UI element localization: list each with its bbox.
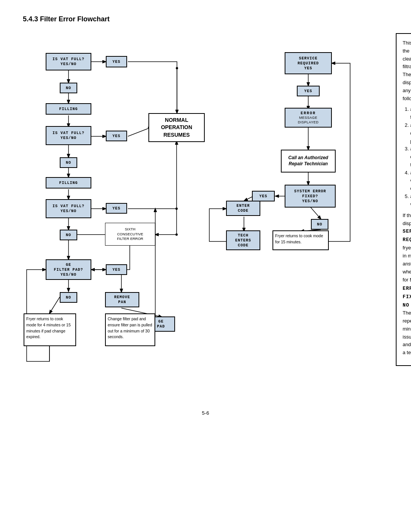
page-title: 5.4.3 Filter Error Flowchart <box>23 15 388 23</box>
svg-point-13 <box>175 233 178 236</box>
call-authorized-box: Call an Authorized Repair Technician <box>281 150 336 173</box>
info-intro: This chart follows the process of cleari… <box>403 39 411 102</box>
filling1-box: FILLING <box>46 103 91 115</box>
svg-line-5 <box>128 127 151 136</box>
info-box: This chart follows the process of cleari… <box>396 33 411 366</box>
info-column: This chart follows the process of cleari… <box>396 30 411 366</box>
yes2-box: YES <box>106 131 127 141</box>
flowchart: IS VAT FULL?YES/NO YES NO FILLING IS VAT… <box>23 30 388 403</box>
yes4-box: YES <box>106 264 127 275</box>
remove-pan-box: REMOVEPAN <box>105 292 139 307</box>
no2-box: NO <box>60 157 77 168</box>
error-box: ERROR MESSAGEDISPLAYED <box>285 108 332 128</box>
ge-filter-pad-box: GEFILTER PAD?YES/NO <box>46 259 91 280</box>
fryer-returns-2-box: Fryer returns to cook mode for 15 minute… <box>272 230 329 250</box>
svg-line-19 <box>49 297 60 313</box>
mono-service: SERVICE REQUIRED <box>403 228 411 243</box>
no3-box: NO <box>60 230 77 240</box>
tech-enters-code-box: TECHENTERSCODE <box>226 230 260 250</box>
mono-system: SYSTEM ERROR FIXED? YES NO <box>403 277 411 308</box>
change-filter-box: Change filter pad and ensure filter pan … <box>105 313 155 346</box>
enter-code-box: ENTERCODE <box>226 201 260 216</box>
service-required-box: SERVICEREQUIREDYES <box>285 52 332 74</box>
no1-box: NO <box>60 83 77 93</box>
yes5-box: YES <box>297 86 320 96</box>
page-number: 5-6 <box>23 410 388 416</box>
no4-box: NO <box>60 292 77 303</box>
no5-box: NO <box>311 219 328 230</box>
svg-point-32 <box>176 67 178 69</box>
yes6-box: YES <box>252 191 275 201</box>
yes1-box: YES <box>106 56 127 67</box>
sixth-consecutive-box: SIXTHCONSECUTIVEFILTER ERROR <box>105 223 155 246</box>
yes3-box: YES <box>106 203 127 214</box>
vat-full-2-box: IS VAT FULL?YES/NO <box>46 126 91 145</box>
normal-operation-box: NORMALOPERATIONRESUMES <box>148 113 205 142</box>
vat-full-3-box: IS VAT FULL?YES/NO <box>46 199 91 218</box>
vat-full-1-box: IS VAT FULL?YES/NO <box>46 53 91 70</box>
filling2-box: FILLING <box>46 177 91 189</box>
system-error-fixed-box: SYSTEM ERRORFIXED?YES/NO <box>285 185 336 208</box>
fryer-returns-1-box: Fryer returns to cook mode for 4 minutes… <box>24 313 76 346</box>
svg-line-28 <box>310 207 321 219</box>
svg-point-10 <box>175 208 178 210</box>
info-para2: If the computer displays SERVICE REQUIRE… <box>403 212 411 357</box>
